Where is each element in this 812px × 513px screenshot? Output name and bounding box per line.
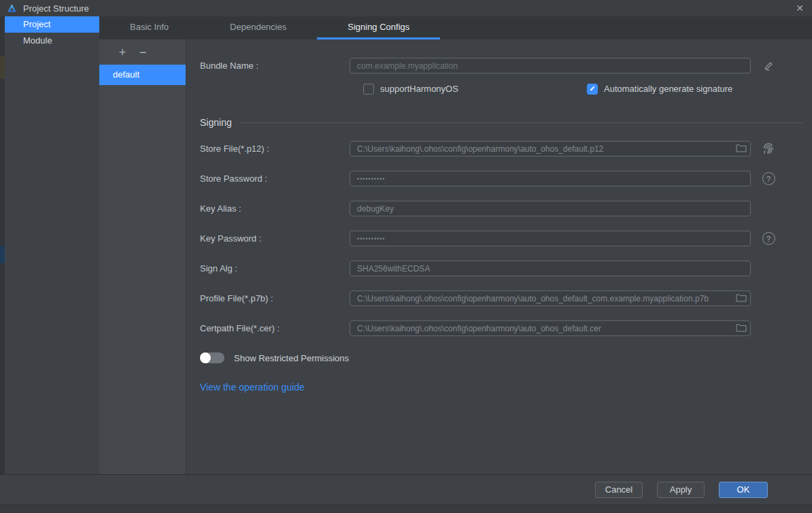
config-list-toolbar: + − [99,39,186,65]
tab-basic-info[interactable]: Basic Info [99,16,199,39]
signing-section-header: Signing [200,117,812,128]
section-divider [240,122,802,123]
profile-file-input-wrap [350,291,751,306]
edit-pencil-icon[interactable] [763,60,775,71]
key-password-label: Key Password : [200,233,350,244]
key-password-input[interactable] [350,231,751,246]
key-alias-label: Key Alias : [200,203,350,214]
certpath-file-row: Certpath File(*.cer) : [200,320,812,336]
help-icon[interactable]: ? [762,232,775,245]
main-area: Project Module Basic Info Dependencies S… [0,16,812,474]
config-list-item-default[interactable]: default [99,65,186,85]
bundle-name-input-wrap [350,58,751,73]
sign-alg-label: Sign Alg : [200,263,350,274]
store-file-row: Store File(*.p12) : [200,141,812,156]
signing-section-title: Signing [200,117,232,128]
tab-signing-configs[interactable]: Signing Configs [317,16,440,39]
profile-file-row: Profile File(*.p7b) : [200,291,812,306]
signing-config-form: Bundle Name : [186,39,812,474]
sign-alg-input-wrap [350,261,751,276]
cancel-button[interactable]: Cancel [595,482,643,498]
store-password-label: Store Password : [200,173,350,184]
check-icon: ✓ [589,85,595,93]
deveco-logo-icon [7,3,17,14]
apply-button[interactable]: Apply [657,482,705,498]
sidebar-item-module[interactable]: Module [5,33,99,49]
profile-file-input[interactable] [350,291,751,306]
tab-dependencies[interactable]: Dependencies [199,16,317,39]
certpath-file-input-wrap [350,320,751,336]
checkbox-row: supportHarmonyOS ✓ Automatically generat… [363,83,812,95]
bundle-name-row: Bundle Name : [200,58,812,73]
bottom-strip [0,504,812,513]
content-row: + − default Bundle Name : [99,39,812,474]
show-restricted-permissions-row: Show Restricted Permissions [200,351,812,365]
operation-guide-link[interactable]: View the operation guide [200,382,305,393]
support-harmonyos-label: supportHarmonyOS [380,84,458,94]
background-artifact [0,56,5,79]
tab-bar: Basic Info Dependencies Signing Configs [99,16,812,39]
store-password-input-wrap [350,171,751,186]
folder-icon[interactable] [736,293,747,303]
sidebar: Project Module [5,16,99,474]
folder-icon[interactable] [736,323,747,333]
signing-config-list: + − default [99,39,186,474]
background-artifact [0,246,5,263]
key-alias-input-wrap [350,201,751,216]
dialog-title: Project Structure [23,3,89,14]
support-harmonyos-checkbox[interactable] [363,84,374,95]
store-file-label: Store File(*.p12) : [200,144,350,154]
store-password-input[interactable] [350,171,751,186]
key-password-gutter: ? [751,232,786,245]
show-restricted-permissions-toggle[interactable] [200,352,224,363]
sign-alg-row: Sign Alg : [200,261,812,276]
sidebar-item-project[interactable]: Project [5,16,99,33]
store-file-gutter [751,142,786,156]
close-icon[interactable]: ✕ [796,3,804,13]
store-password-row: Store Password : ? [200,171,812,186]
store-password-gutter: ? [751,172,786,185]
auto-signature-label: Automatically generate signature [604,84,732,94]
key-password-row: Key Password : ? [200,231,812,246]
key-alias-row: Key Alias : [200,201,812,216]
profile-file-label: Profile File(*.p7b) : [200,293,350,303]
toggle-knob [200,352,211,363]
show-restricted-permissions-label: Show Restricted Permissions [234,353,349,363]
sign-alg-input[interactable] [350,261,751,276]
left-edge-strip [0,16,5,474]
folder-icon[interactable] [736,144,747,154]
bundle-name-gutter [751,60,786,71]
help-icon[interactable]: ? [762,172,775,185]
help-glyph: ? [766,175,771,183]
auto-signature-checkbox[interactable]: ✓ [587,84,598,95]
auto-signature-group: ✓ Automatically generate signature [587,84,732,95]
fingerprint-icon[interactable] [762,142,775,156]
bundle-name-input[interactable] [350,58,751,73]
key-alias-input[interactable] [350,201,751,216]
right-pane: Basic Info Dependencies Signing Configs … [99,16,812,474]
certpath-file-label: Certpath File(*.cer) : [200,323,350,333]
ok-button[interactable]: OK [719,482,768,498]
add-config-icon[interactable]: + [116,46,129,59]
store-file-input-wrap [350,141,751,156]
remove-config-icon[interactable]: − [137,46,149,59]
footer-button-bar: Cancel Apply OK [0,474,812,504]
store-file-input[interactable] [350,141,751,156]
help-glyph: ? [766,235,771,243]
support-harmonyos-group: supportHarmonyOS [363,84,587,95]
certpath-file-input[interactable] [350,320,751,336]
title-bar: Project Structure ✕ [0,0,812,16]
key-password-input-wrap [350,231,751,246]
project-structure-dialog: Project Structure ✕ Project Module Basic… [0,0,812,513]
bundle-name-label: Bundle Name : [200,61,350,71]
